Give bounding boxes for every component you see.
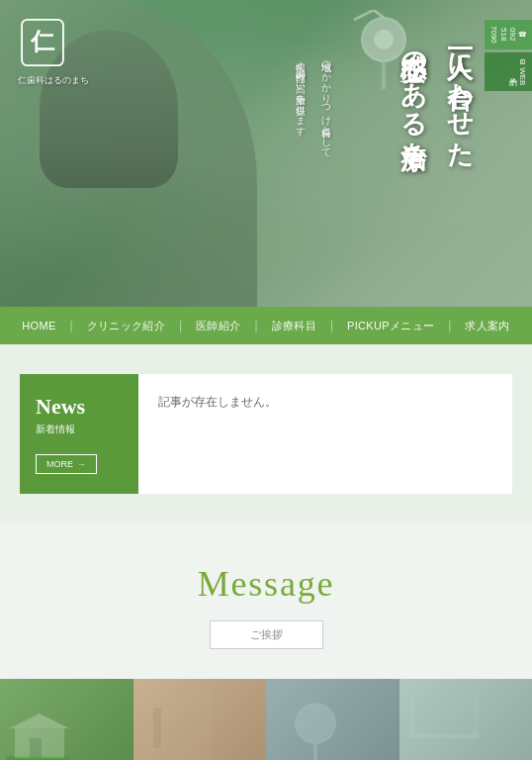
- web-reservation-button[interactable]: 🗓 WEB 予約: [485, 52, 532, 91]
- svg-point-13: [296, 704, 335, 743]
- nav-clinic[interactable]: クリニック紹介: [73, 319, 179, 333]
- hero-subtext-area: 地域のかかりつけ歯科として 幅広く専門性の高い治療を提供します: [291, 54, 334, 152]
- phone-button[interactable]: ☎ 092 518 7090: [485, 20, 532, 49]
- reception-icon: [404, 684, 484, 760]
- message-title: Message: [20, 563, 512, 605]
- phone-number: 092 518 7090: [489, 26, 517, 44]
- gallery-item-exterior[interactable]: 仁歯科はるのまち: [0, 679, 133, 760]
- svg-marker-8: [10, 713, 69, 728]
- svg-line-1: [374, 10, 384, 18]
- gallery-item-equipment[interactable]: [266, 679, 399, 760]
- gallery-strip: 仁歯科はるのまち: [0, 679, 532, 760]
- equipment-icon: [281, 689, 350, 760]
- svg-rect-12: [153, 709, 161, 748]
- corridor-icon: [143, 689, 213, 760]
- logo-icon: 仁: [18, 18, 67, 67]
- news-section: News 新着情報 MORE → 記事が存在しません。: [0, 344, 532, 523]
- news-label-box: News 新着情報 MORE →: [20, 374, 138, 494]
- hero-text-area: 一人一人に合わせた 安心感のある治療を: [396, 35, 478, 153]
- news-title: News: [36, 394, 85, 420]
- svg-rect-16: [409, 694, 414, 738]
- nav-pickup[interactable]: PICKUPメニュー: [333, 319, 448, 333]
- svg-line-2: [354, 10, 374, 20]
- message-section: Message ご挨拶: [0, 523, 532, 679]
- news-content: 記事が存在しません。: [138, 374, 512, 494]
- svg-rect-9: [30, 738, 42, 758]
- hero-subtext-1: 地域のかかりつけ歯科として: [316, 54, 334, 152]
- nav-treatment[interactable]: 診療科目: [258, 319, 330, 333]
- news-more-label: MORE: [46, 459, 73, 469]
- web-label: WEB 予約: [518, 67, 527, 85]
- news-empty-message: 記事が存在しません。: [158, 394, 277, 411]
- svg-rect-15: [409, 733, 479, 738]
- exterior-icon: [10, 709, 69, 758]
- gallery-item-interior2[interactable]: [399, 679, 533, 760]
- svg-text:仁: 仁: [30, 29, 55, 54]
- logo-area[interactable]: 仁 仁歯科はるのまち: [18, 18, 89, 87]
- nav-doctors[interactable]: 医師紹介: [182, 319, 254, 333]
- nav-home[interactable]: HOME: [8, 320, 69, 332]
- hero-title-line1: 一人一人に合わせた: [442, 35, 478, 153]
- gallery-item-interior1[interactable]: [133, 679, 267, 760]
- hero-title-line2: 安心感のある治療を: [396, 35, 431, 153]
- news-more-button[interactable]: MORE →: [36, 454, 97, 474]
- nav-recruit[interactable]: 求人案内: [451, 319, 523, 333]
- news-more-arrow: →: [77, 459, 86, 469]
- side-buttons: ☎ 092 518 7090 🗓 WEB 予約: [485, 20, 532, 91]
- hero-subtext-2: 幅広く専門性の高い治療を提供します: [291, 54, 309, 152]
- svg-point-4: [374, 30, 394, 49]
- hero-section: 仁 仁歯科はるのまち ☎ 092 518 7090 🗓 WEB 予約 一人一人に…: [0, 0, 532, 307]
- news-subtitle: 新着情報: [36, 423, 75, 436]
- news-inner: News 新着情報 MORE → 記事が存在しません。: [20, 374, 512, 494]
- svg-rect-17: [474, 694, 479, 738]
- message-subtitle: ご挨拶: [210, 620, 323, 649]
- logo-text: 仁歯科はるのまち: [18, 74, 89, 87]
- main-navigation: HOME | クリニック紹介 | 医師紹介 | 診療科目 | PICKUPメニュ…: [0, 307, 532, 344]
